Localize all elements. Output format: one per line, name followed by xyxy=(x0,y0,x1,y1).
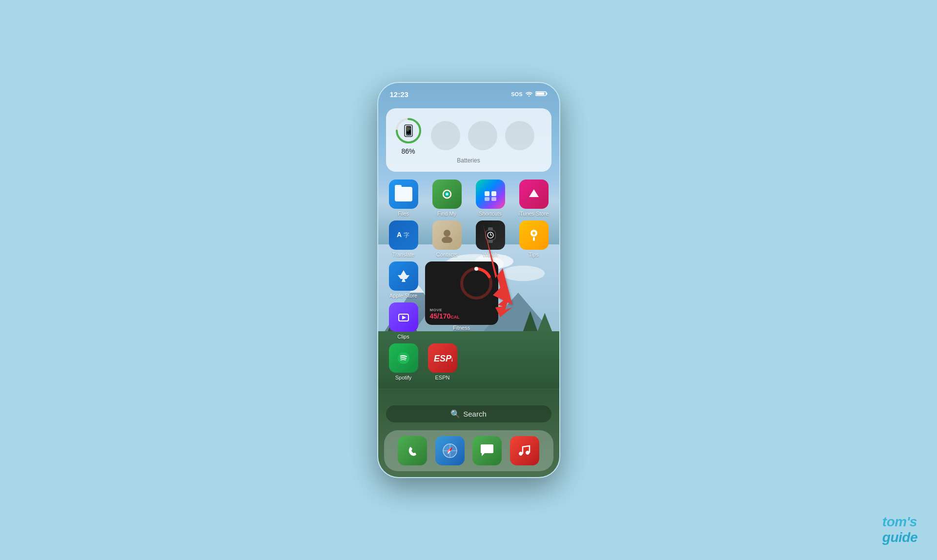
app-clips[interactable]: Clips xyxy=(386,302,421,340)
svg-text:A: A xyxy=(397,231,402,239)
battery-circle: 📱 xyxy=(394,116,423,145)
app-shortcuts[interactable]: Shortcuts xyxy=(473,180,508,217)
dock-messages[interactable] xyxy=(472,436,502,465)
shortcuts-label: Shortcuts xyxy=(479,211,501,217)
app-translate[interactable]: A 字 Translate xyxy=(386,220,421,258)
app-contacts[interactable]: Contacts xyxy=(429,220,465,258)
watch-icon xyxy=(476,220,505,250)
app-grid: Files Find My xyxy=(378,176,559,401)
espn-icon: ESPN xyxy=(428,343,457,373)
dock-phone[interactable] xyxy=(398,436,427,465)
svg-rect-30 xyxy=(491,191,496,196)
search-pill[interactable]: 🔍 Search xyxy=(386,405,551,422)
app-findmy[interactable]: Find My xyxy=(429,180,465,217)
svg-rect-38 xyxy=(488,227,493,230)
dock xyxy=(384,430,553,471)
fitness-calories: 45/170CAL xyxy=(430,312,460,320)
status-icons: SOS xyxy=(511,90,547,99)
fitness-move-label: MOVE xyxy=(430,308,460,312)
spotify-label: Spotify xyxy=(395,375,412,380)
app-espn[interactable]: ESPN ESPN xyxy=(425,343,460,380)
applestore-icon xyxy=(389,261,418,291)
app-files[interactable]: Files xyxy=(386,180,421,217)
wifi-icon xyxy=(525,90,533,99)
applestore-label: Apple Store xyxy=(389,293,417,299)
svg-rect-29 xyxy=(485,191,489,196)
svg-rect-19 xyxy=(546,93,547,95)
app-row-1: Files Find My xyxy=(386,180,551,217)
shortcuts-icon xyxy=(476,180,505,209)
main-device-battery: 📱 86% xyxy=(394,116,423,155)
fitness-widget: MOVE 45/170CAL xyxy=(425,261,498,325)
dock-music[interactable] xyxy=(510,436,539,465)
battery-slot-2 xyxy=(431,121,460,150)
app-applestore[interactable]: Apple Store xyxy=(386,261,421,299)
app-fitness[interactable]: MOVE 45/170CAL Fitness xyxy=(425,261,498,331)
svg-point-37 xyxy=(442,237,452,243)
itunes-label: iTunes Store xyxy=(519,211,549,217)
svg-rect-45 xyxy=(533,237,535,241)
findmy-label: Find My xyxy=(437,211,456,217)
spotify-icon xyxy=(389,343,418,373)
svg-rect-31 xyxy=(485,197,489,201)
status-time: 12:23 xyxy=(390,90,408,99)
app-row-3: Apple Store Clips xyxy=(386,261,551,340)
app-column-left: Apple Store Clips xyxy=(386,261,421,340)
tips-label: Tips xyxy=(529,252,538,258)
battery-percent: 86% xyxy=(401,147,415,155)
batteries-label: Batteries xyxy=(394,157,544,164)
app-itunes[interactable]: iTunes Store xyxy=(516,180,551,217)
search-icon: 🔍 xyxy=(450,409,460,419)
status-sos: SOS xyxy=(511,91,522,97)
svg-text:ESPN: ESPN xyxy=(434,354,452,363)
svg-point-17 xyxy=(528,96,529,97)
svg-point-28 xyxy=(446,193,448,195)
clips-icon xyxy=(389,302,418,332)
watch-label: Watch xyxy=(483,252,498,258)
battery-widget-row: 📱 86% xyxy=(394,116,544,155)
contacts-icon xyxy=(432,220,462,250)
app-row-4: Spotify ESPN ESPN xyxy=(386,343,551,380)
svg-rect-32 xyxy=(491,197,496,201)
svg-rect-20 xyxy=(536,93,544,95)
app-spotify[interactable]: Spotify xyxy=(386,343,421,380)
phone-frame: 12:23 SOS xyxy=(377,82,560,478)
svg-marker-48 xyxy=(402,316,406,320)
watermark: tom's guide xyxy=(882,514,917,545)
clips-label: Clips xyxy=(397,334,409,340)
translate-icon: A 字 xyxy=(389,220,418,250)
svg-point-51 xyxy=(474,267,478,271)
files-icon xyxy=(389,180,418,209)
battery-icon xyxy=(535,90,548,99)
svg-marker-33 xyxy=(529,189,539,197)
itunes-icon xyxy=(519,180,549,209)
search-bar[interactable]: 🔍 Search xyxy=(386,405,551,422)
dock-safari[interactable] xyxy=(435,436,465,465)
svg-rect-39 xyxy=(488,240,493,243)
findmy-icon xyxy=(432,180,462,209)
status-bar: 12:23 SOS xyxy=(378,90,559,99)
tips-icon xyxy=(519,220,549,250)
svg-point-46 xyxy=(532,232,535,235)
app-row-2: A 字 Translate Contacts xyxy=(386,220,551,258)
fitness-label: Fitness xyxy=(453,325,470,331)
translate-label: Translate xyxy=(392,252,414,258)
battery-slot-4 xyxy=(505,121,534,150)
battery-slot-3 xyxy=(468,121,497,150)
phone-content: 12:23 SOS xyxy=(378,83,559,477)
svg-point-36 xyxy=(444,230,450,237)
app-watch[interactable]: Watch xyxy=(473,220,508,258)
svg-text:字: 字 xyxy=(404,232,409,239)
espn-label: ESPN xyxy=(435,375,450,380)
contacts-label: Contacts xyxy=(436,252,457,258)
files-label: Files xyxy=(398,211,409,217)
app-tips[interactable]: Tips xyxy=(516,220,551,258)
search-label: Search xyxy=(463,410,487,418)
battery-widget: 📱 86% Batteries xyxy=(386,108,551,172)
